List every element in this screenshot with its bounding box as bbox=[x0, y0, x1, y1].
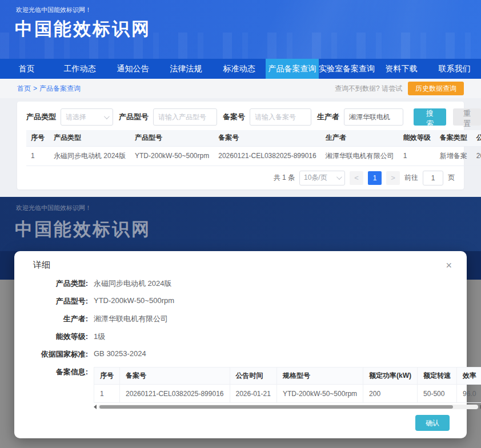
modal-field-product-model: 产品型号: YTD-200kW-50~500rpm bbox=[33, 296, 450, 306]
query-panel: 产品类型 请选择 产品型号 备案号 bbox=[17, 102, 464, 189]
col-header-announce-date: 公告时间 bbox=[472, 130, 481, 146]
rcell-rated-speed: 50-500 bbox=[418, 385, 457, 403]
nav-item-downloads[interactable]: 资料下载 bbox=[375, 59, 428, 79]
page-size-select[interactable]: 10条/页 bbox=[299, 171, 345, 185]
welcome-text: 欢迎光临中国能效标识网！ bbox=[16, 6, 91, 14]
dimmed-site-banner: 欢迎光临中国能效标识网！ 中国能效标识网 bbox=[0, 197, 481, 251]
rcol-header-index: 序号 bbox=[94, 368, 120, 385]
scrollbar-track[interactable] bbox=[98, 405, 478, 409]
cell-announce-date: 2026-01-21 bbox=[472, 146, 481, 166]
breadcrumb-home-link[interactable]: 首页 bbox=[17, 84, 31, 94]
manufacturer-field: 生产者 bbox=[317, 108, 403, 126]
manufacturer-input[interactable] bbox=[344, 108, 403, 126]
cell-index: 1 bbox=[26, 146, 49, 166]
history-data-query-button[interactable]: 历史数据查询 bbox=[408, 82, 464, 95]
page-normal: 欢迎光临中国能效标识网！ 中国能效标识网 首页 工作动态 通知公告 法律法规 标… bbox=[0, 0, 481, 197]
page-unit-label: 页 bbox=[448, 173, 455, 183]
modal-field-efficiency-grade: 能效等级: 1级 bbox=[33, 332, 450, 342]
product-model-field: 产品型号 bbox=[119, 108, 217, 126]
modal-header: 详细 × bbox=[14, 251, 467, 276]
detail-modal: 详细 × 产品类型: 永磁同步电动机 2024版 产品型号: YTD-200kW… bbox=[14, 251, 467, 438]
modal-value-national-standard: GB 30253-2024 bbox=[94, 349, 146, 358]
manufacturer-label: 生产者 bbox=[317, 112, 339, 122]
dimmed-welcome-text: 欢迎光临中国能效标识网！ bbox=[16, 204, 91, 212]
record-table: 序号 备案号 公告时间 规格型号 额定功率(kW) 额定转速 效率 bbox=[94, 367, 481, 403]
product-type-field: 产品类型 请选择 bbox=[26, 108, 113, 126]
search-form: 产品类型 请选择 产品型号 备案号 bbox=[26, 102, 455, 130]
breadcrumb-current[interactable]: 产品备案查询 bbox=[39, 84, 81, 94]
col-header-index: 序号 bbox=[26, 130, 49, 146]
rcol-header-rated-power: 额定功率(kW) bbox=[363, 368, 418, 385]
cell-efficiency-grade: 1 bbox=[399, 146, 435, 166]
scroll-left-arrow-icon[interactable] bbox=[94, 405, 97, 409]
table-row: 1 永磁同步电动机 2024版 YTD-200kW-50~500rpm 2026… bbox=[26, 146, 481, 166]
rcell-rated-power: 200 bbox=[363, 385, 418, 403]
nav-item-home[interactable]: 首页 bbox=[0, 59, 53, 79]
next-page-button[interactable]: > bbox=[386, 171, 400, 185]
product-model-input[interactable] bbox=[153, 108, 217, 126]
reset-button[interactable]: 重置 bbox=[453, 108, 481, 126]
modal-title: 详细 bbox=[33, 260, 50, 271]
nav-item-laws[interactable]: 法律法规 bbox=[159, 59, 213, 79]
nav-item-product-record-query[interactable]: 产品备案查询 bbox=[266, 59, 319, 79]
prev-page-button[interactable]: < bbox=[350, 171, 363, 185]
search-button[interactable]: 搜索 bbox=[414, 108, 446, 126]
modal-label-national-standard: 依据国家标准: bbox=[33, 349, 88, 360]
nav-item-notices[interactable]: 通知公告 bbox=[106, 59, 159, 79]
nav-item-standards[interactable]: 标准动态 bbox=[213, 59, 266, 79]
modal-value-product-type: 永磁同步电动机 2024版 bbox=[94, 279, 172, 289]
content-area: 产品类型 请选择 产品型号 备案号 bbox=[0, 98, 481, 197]
modal-value-product-model: YTD-200kW-50~500rpm bbox=[94, 296, 174, 305]
rcell-efficiency: 96.0 bbox=[457, 385, 481, 403]
site-title: 中国能效标识网 bbox=[15, 17, 151, 41]
modal-value-efficiency-grade: 1级 bbox=[94, 332, 105, 342]
goto-page-input[interactable] bbox=[423, 171, 443, 185]
site-banner: 欢迎光临中国能效标识网！ 中国能效标识网 bbox=[0, 0, 481, 59]
nav-item-work-news[interactable]: 工作动态 bbox=[53, 59, 106, 79]
product-type-placeholder: 请选择 bbox=[66, 112, 86, 122]
rcell-record-number: 20260121-CEL0382025-899016 bbox=[120, 385, 230, 403]
chevron-down-icon bbox=[336, 174, 342, 180]
cell-product-model: YTD-200kW-50~500rpm bbox=[130, 146, 214, 166]
modal-label-product-type: 产品类型: bbox=[33, 279, 88, 289]
main-nav: 首页 工作动态 通知公告 法律法规 标准动态 产品备案查询 实验室备案查询 资料… bbox=[0, 59, 481, 79]
cell-manufacturer: 湘潭华联电机有限公司 bbox=[321, 146, 399, 166]
cell-record-number: 20260121-CEL0382025-899016 bbox=[214, 146, 321, 166]
col-header-record-type: 备案类型 bbox=[435, 130, 472, 146]
horizontal-scrollbar bbox=[94, 405, 481, 409]
record-table-row: 1 20260121-CEL0382025-899016 2026-01-21 … bbox=[94, 385, 481, 403]
col-header-record-number: 备案号 bbox=[214, 130, 321, 146]
page-dimmed-with-modal: 欢迎光临中国能效标识网！ 中国能效标识网 详细 × 产品类型: 永磁同步电动机 … bbox=[0, 197, 481, 448]
page-number-1[interactable]: 1 bbox=[368, 171, 382, 185]
modal-body: 产品类型: 永磁同步电动机 2024版 产品型号: YTD-200kW-50~5… bbox=[14, 276, 467, 409]
cell-record-type: 新增备案 bbox=[435, 146, 472, 166]
scrollbar-thumb[interactable] bbox=[99, 405, 453, 409]
results-header-row: 序号 产品类型 产品型号 备案号 生产者 能效等级 备案类型 公告时间 操作 bbox=[26, 130, 481, 146]
breadcrumb: 首页 > 产品备案查询 bbox=[17, 84, 81, 94]
nav-item-contact[interactable]: 联系我们 bbox=[428, 59, 481, 79]
product-type-select[interactable]: 请选择 bbox=[61, 108, 113, 126]
modal-value-manufacturer: 湘潭华联电机有限公司 bbox=[94, 314, 168, 324]
nav-item-lab-record-query[interactable]: 实验室备案查询 bbox=[319, 59, 375, 79]
breadcrumb-separator: > bbox=[33, 84, 37, 92]
pagination: 共 1 条 10条/页 < 1 > 前往 页 bbox=[26, 166, 455, 190]
record-table-wrapper: 序号 备案号 公告时间 规格型号 额定功率(kW) 额定转速 效率 bbox=[94, 367, 481, 409]
product-model-label: 产品型号 bbox=[119, 112, 149, 122]
cell-product-type: 永磁同步电动机 2024版 bbox=[49, 146, 130, 166]
confirm-button[interactable]: 确认 bbox=[415, 415, 450, 431]
rcol-header-record-number: 备案号 bbox=[120, 368, 230, 385]
goto-label: 前往 bbox=[404, 173, 418, 183]
modal-field-product-type: 产品类型: 永磁同步电动机 2024版 bbox=[33, 279, 450, 289]
record-number-input[interactable] bbox=[250, 108, 311, 126]
rcell-announce-date: 2026-01-21 bbox=[230, 385, 276, 403]
rcol-header-rated-speed: 额定转速 bbox=[418, 368, 457, 385]
col-header-manufacturer: 生产者 bbox=[321, 130, 399, 146]
rcell-index: 1 bbox=[94, 385, 120, 403]
modal-label-efficiency-grade: 能效等级: bbox=[33, 332, 88, 342]
modal-field-record-info: 备案信息: 序号 备案号 公告时间 规格型号 额定功率(kW) 额定转速 bbox=[33, 367, 450, 409]
close-icon[interactable]: × bbox=[446, 260, 452, 271]
rcol-header-efficiency: 效率 bbox=[457, 368, 481, 385]
breadcrumb-right-tools: 查询不到数据? 请尝试 历史数据查询 bbox=[335, 82, 464, 95]
rcell-spec-model: YTD-200kW-50~500rpm bbox=[276, 385, 363, 403]
record-number-label: 备案号 bbox=[223, 112, 245, 122]
